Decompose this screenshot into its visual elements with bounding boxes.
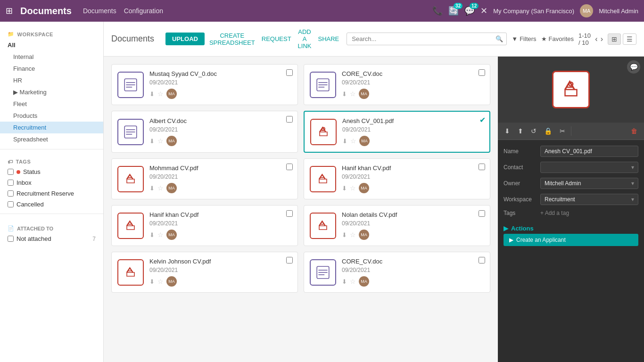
pager-next[interactable]: ›: [601, 35, 603, 43]
doc-info: Anesh CV_001.pdf 09/20/2021 ⬇ ☆ MA: [342, 117, 484, 146]
share-button[interactable]: SHARE: [316, 33, 341, 45]
star-icon[interactable]: ☆: [350, 90, 356, 98]
close-icon[interactable]: ✕: [480, 6, 487, 16]
doc-date: 09/20/2021: [149, 220, 292, 227]
create-applicant-button[interactable]: ▶ Create an Applicant: [504, 234, 638, 246]
doc-card-4[interactable]: Mohmmad CV.pdf 09/20/2021 ⬇ ☆ MA: [111, 158, 298, 199]
messages-icon[interactable]: 💬 12: [464, 6, 475, 16]
phone-icon[interactable]: 📞: [432, 6, 443, 16]
download-icon[interactable]: ⬇: [342, 231, 347, 239]
workspace-value[interactable]: Recruitment ▾: [540, 194, 638, 205]
owner-value[interactable]: Mitchell Admin ▾: [540, 178, 638, 189]
favorites-button[interactable]: ★ Favorites: [541, 35, 574, 42]
apps-grid-icon[interactable]: ⊞: [6, 6, 13, 16]
doc-checkbox[interactable]: [286, 69, 293, 76]
doc-card-8[interactable]: Kelvin Johnson CV.pdf 09/20/2021 ⬇ ☆ MA: [111, 252, 298, 293]
star-icon[interactable]: ☆: [350, 137, 356, 145]
sidebar-item-internal[interactable]: Internal: [0, 51, 103, 63]
not-attached-checkbox[interactable]: [8, 236, 14, 242]
download-icon[interactable]: ⬇: [342, 90, 347, 98]
doc-card-5[interactable]: Hanif khan CV.pdf 09/20/2021 ⬇ ☆ MA: [304, 158, 490, 199]
doc-name: Nolan details CV.pdf: [342, 211, 484, 218]
create-spreadsheet-button[interactable]: CREATE SPREADSHEET: [207, 29, 257, 49]
sidebar-item-recruitment[interactable]: Recruitment: [0, 122, 103, 133]
tag-cancelled[interactable]: Cancelled: [0, 199, 103, 210]
doc-checkbox[interactable]: [479, 69, 485, 76]
star-icon[interactable]: ☆: [157, 90, 164, 98]
not-attached-item[interactable]: Not attached 7: [0, 233, 103, 244]
chat-button[interactable]: 💬: [627, 60, 640, 74]
doc-checkbox[interactable]: [286, 257, 293, 263]
doc-card-3[interactable]: Anesh CV_001.pdf 09/20/2021 ⬇ ☆ MA ✔: [304, 111, 490, 153]
delete-tool-button[interactable]: 🗑: [628, 125, 640, 137]
sidebar-item-all[interactable]: All: [0, 39, 103, 51]
doc-checkbox[interactable]: [286, 116, 293, 123]
name-value[interactable]: Anesh CV_001.pdf: [540, 146, 638, 157]
download-tool-button[interactable]: ⬇: [502, 125, 513, 137]
tag-cancelled-checkbox[interactable]: [8, 201, 14, 207]
sidebar-item-marketing[interactable]: ▶ Marketing: [0, 86, 103, 98]
play-icon: ▶: [509, 237, 513, 243]
star-icon[interactable]: ☆: [157, 231, 164, 239]
download-icon[interactable]: ⬇: [342, 138, 347, 145]
doc-card-0[interactable]: Mustaq Syyad CV_0.doc 09/20/2021 ⬇ ☆ MA: [111, 64, 298, 105]
sidebar-item-hr[interactable]: HR: [0, 74, 103, 86]
search-input[interactable]: [347, 33, 507, 45]
download-icon[interactable]: ⬇: [149, 231, 155, 239]
download-icon[interactable]: ⬇: [342, 278, 347, 285]
list-view-button[interactable]: ☰: [623, 33, 636, 45]
nav-configuration[interactable]: Configuration: [124, 7, 163, 15]
scissors-tool-button[interactable]: ✂: [557, 125, 568, 137]
download-icon[interactable]: ⬇: [149, 278, 155, 285]
tag-status-checkbox[interactable]: [8, 169, 14, 175]
sidebar-item-finance[interactable]: Finance: [0, 63, 103, 74]
pager-prev[interactable]: ‹: [595, 35, 597, 43]
calendar-icon[interactable]: 🔄 32: [448, 6, 459, 16]
tag-status[interactable]: Status: [0, 166, 103, 177]
download-icon[interactable]: ⬇: [149, 138, 155, 145]
tag-inbox-checkbox[interactable]: [8, 180, 14, 186]
owner-label: Owner: [504, 180, 537, 187]
doc-card-2[interactable]: Albert CV.doc 09/20/2021 ⬇ ☆ MA: [111, 111, 298, 153]
sidebar-item-spreadsheet[interactable]: Spreadsheet: [0, 133, 103, 145]
search-icon: 🔍: [495, 35, 503, 42]
download-icon[interactable]: ⬇: [342, 185, 347, 192]
doc-card-9[interactable]: CORE_CV.doc 09/20/2021 ⬇ ☆ MA: [304, 252, 490, 293]
contact-dropdown-arrow: ▾: [631, 164, 634, 171]
doc-card-1[interactable]: CORE_CV.doc 09/20/2021 ⬇ ☆ MA: [304, 64, 490, 105]
doc-checkbox[interactable]: [286, 164, 293, 170]
add-tag-button[interactable]: + Add a tag: [540, 210, 569, 216]
add-link-button[interactable]: ADD A LINK: [296, 25, 314, 52]
star-icon[interactable]: ☆: [157, 137, 164, 145]
doc-checkbox[interactable]: [479, 164, 485, 170]
request-button[interactable]: REQUEST: [260, 33, 293, 45]
lock-tool-button[interactable]: 🔒: [541, 125, 555, 137]
doc-card-6[interactable]: Hanif khan CV.pdf 09/20/2021 ⬇ ☆ MA: [111, 205, 298, 246]
tag-recruitment-reserve-checkbox[interactable]: [8, 190, 14, 197]
star-icon[interactable]: ☆: [350, 184, 356, 192]
grid-view-button[interactable]: ⊞: [608, 33, 621, 45]
star-icon[interactable]: ☆: [157, 184, 164, 192]
sidebar-item-products[interactable]: Products: [0, 110, 103, 122]
share-tool-button[interactable]: ⬆: [515, 125, 526, 137]
tag-inbox[interactable]: Inbox: [0, 177, 103, 188]
actions-section[interactable]: ▶ Actions: [504, 221, 638, 234]
star-icon[interactable]: ☆: [350, 231, 356, 239]
star-icon[interactable]: ☆: [157, 278, 164, 285]
doc-checkbox[interactable]: [479, 210, 485, 217]
attached-section: 📄 ATTACHED TO Not attached 7: [0, 218, 103, 248]
tag-recruitment-reserve[interactable]: Recruitment Reserve: [0, 188, 103, 199]
nav-documents[interactable]: Documents: [83, 7, 116, 15]
filters-button[interactable]: ▼ Filters: [512, 35, 536, 42]
sidebar-item-fleet[interactable]: Fleet: [0, 98, 103, 110]
download-icon[interactable]: ⬇: [149, 185, 155, 192]
refresh-tool-button[interactable]: ↺: [528, 125, 539, 137]
star-icon[interactable]: ☆: [350, 278, 356, 285]
doc-card-7[interactable]: Nolan details CV.pdf 09/20/2021 ⬇ ☆ MA: [304, 205, 490, 246]
doc-checkbox[interactable]: [286, 210, 293, 217]
owner-dropdown-arrow: ▾: [631, 180, 634, 187]
upload-button[interactable]: UPLOAD: [165, 33, 205, 45]
contact-value[interactable]: ▾: [540, 162, 638, 173]
download-icon[interactable]: ⬇: [149, 90, 155, 98]
doc-checkbox[interactable]: [479, 257, 485, 263]
